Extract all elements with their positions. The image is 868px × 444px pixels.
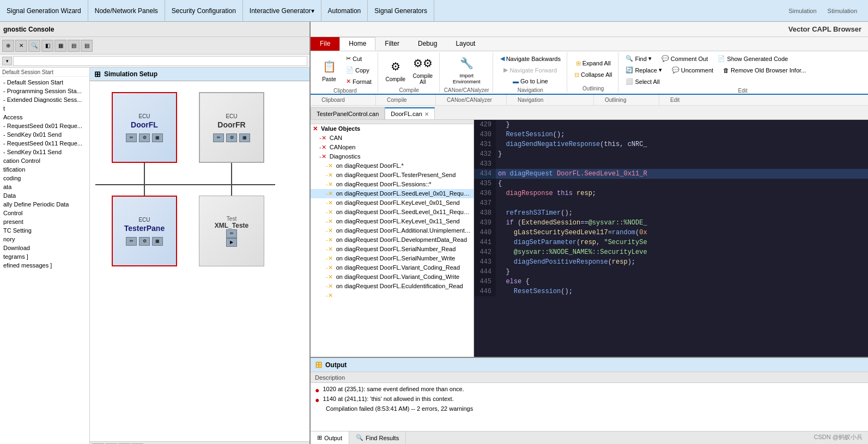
tree-item-value-objects[interactable]: ✕ Value Objects: [311, 124, 474, 133]
tree-item-fn-0[interactable]: -✕ on diagRequest DoorFL.*: [311, 161, 474, 171]
ecu-icon-edit2[interactable]: ✏: [213, 133, 224, 142]
nav-btn-2[interactable]: ✕: [15, 40, 27, 52]
tree-scrollbar-area[interactable]: [311, 120, 474, 124]
tab-signal-generators[interactable]: Signal Generators: [368, 0, 434, 22]
comment-out-button[interactable]: 💬 Comment Out: [659, 53, 711, 64]
ecu-icon-edit3[interactable]: ✏: [126, 237, 137, 246]
list-item[interactable]: Control: [0, 209, 89, 217]
list-item[interactable]: - Default Session Start: [0, 78, 89, 87]
tree-item-fn-13[interactable]: -✕ on diagRequest DoorFL.EcuIdentificati…: [311, 282, 474, 291]
search-input[interactable]: [13, 56, 307, 66]
nav-btn-7[interactable]: ▤: [81, 40, 93, 52]
nav-forward-button[interactable]: ▶ Navigate Forward: [501, 65, 560, 75]
search-dropdown-btn[interactable]: ▾: [2, 57, 12, 65]
tree-item-fn-11[interactable]: -✕ on diagRequest DoorFL.Variant_Coding_…: [311, 263, 474, 272]
tree-item-fn-5[interactable]: -✕ on diagRequest DoorFL.SeedLevel_0x11_…: [311, 208, 474, 217]
nav-backwards-button[interactable]: ◀ Navigate Backwards: [497, 53, 563, 64]
list-item[interactable]: efined messages ]: [0, 261, 89, 270]
list-item[interactable]: - RequestSeed 0x11 Reque...: [0, 139, 89, 148]
ecu-icon-config2[interactable]: ⚙: [226, 133, 237, 142]
tab-filter[interactable]: Filter: [375, 37, 409, 51]
list-item[interactable]: tegrams ]: [0, 252, 89, 261]
list-item[interactable]: - Extended Diagnostic Sess...: [0, 95, 89, 104]
tree-item-fn-8[interactable]: -✕ on diagRequest DoorFL.DevelopmentData…: [311, 235, 474, 245]
ecu-icon-view2[interactable]: ▦: [239, 133, 250, 142]
cut-button[interactable]: ✂ Cut: [343, 53, 374, 64]
tree-item-fn-1[interactable]: -✕ on diagRequest DoorFL.TesterPresent_S…: [311, 171, 474, 180]
nav-btn-1[interactable]: ⊕: [2, 40, 14, 52]
import-env-button[interactable]: 🔧 Import Environment: [450, 53, 483, 86]
ecu-icon-config3[interactable]: ⚙: [139, 237, 150, 246]
tree-item-diagnostics[interactable]: -✕ Diagnostics: [311, 152, 474, 161]
ecu-testerpane[interactable]: ECU TesterPane ✏ ⚙ ▦: [112, 196, 177, 266]
tab-file[interactable]: File: [311, 37, 339, 51]
list-item[interactable]: ally Define Periodic Data: [0, 200, 89, 209]
close-tab-icon[interactable]: ✕: [424, 111, 429, 117]
list-item[interactable]: nory: [0, 235, 89, 244]
ecu-icon-view[interactable]: ▦: [152, 133, 163, 142]
tree-item-fn-3[interactable]: -✕ on diagRequest DoorFL.SeedLevel_0x01_…: [311, 189, 474, 198]
test-icon-edit[interactable]: ✏: [226, 229, 237, 238]
list-item[interactable]: Access: [0, 113, 89, 121]
tree-item-fn-4[interactable]: -✕ on diagRequest DoorFL.KeyLevel_0x01_S…: [311, 198, 474, 208]
tree-item-canopen[interactable]: -✕ CANopen: [311, 143, 474, 152]
ecu-doorfl[interactable]: ECU DoorFL ✏ ⚙ ▦: [112, 92, 177, 163]
tab-layout[interactable]: Layout: [446, 37, 484, 51]
tree-item-can[interactable]: -✕ CAN: [311, 133, 474, 143]
find-button[interactable]: 🔍 Find▾: [623, 53, 654, 64]
list-item[interactable]: - SendKey 0x01 Send: [0, 130, 89, 139]
expand-all-button[interactable]: ⊞ Expand All: [573, 58, 614, 69]
goto-line-button[interactable]: ▬ Go to Line: [510, 76, 551, 86]
list-item[interactable]: - SendKey 0x11 Send: [0, 148, 89, 156]
nav-btn-3[interactable]: 🔍: [28, 40, 40, 52]
uncomment-button[interactable]: 💬 Uncomment: [669, 65, 716, 75]
copy-button[interactable]: 📄 Copy: [343, 65, 374, 75]
code-editor[interactable]: 429 } 430 ResetSession(); 431 diagSendNe…: [474, 120, 868, 357]
test-xml-teste[interactable]: Test XML_Teste ✏ ▶: [199, 196, 264, 266]
replace-button[interactable]: 🔄 Replace▾: [623, 65, 664, 75]
output-tab-find-results[interactable]: 🔍 Find Results: [349, 431, 406, 444]
list-item[interactable]: TC Setting: [0, 226, 89, 235]
collapse-all-button[interactable]: ⊟ Collapse All: [572, 70, 615, 80]
format-button[interactable]: ✕ Format: [343, 76, 374, 87]
paste-button[interactable]: 📋 Paste: [316, 54, 342, 87]
list-item[interactable]: present: [0, 217, 89, 226]
tree-item-fn-2[interactable]: -✕ on diagRequest DoorFL.Sessions::*: [311, 180, 474, 189]
tab-security-config[interactable]: Security Configuration: [165, 0, 243, 22]
tree-item-fn-10[interactable]: -✕ on diagRequest DoorFL.SerialNumber_Wr…: [311, 254, 474, 263]
remove-old-browser-button[interactable]: 🗑 Remove Old Browser Infor...: [720, 65, 809, 75]
tab-home[interactable]: Home: [339, 37, 375, 51]
ecu-doorfr[interactable]: ECU DoorFR ✏ ⚙ ▦: [199, 92, 264, 163]
list-item[interactable]: - Programming Session Sta...: [0, 87, 89, 95]
file-tab-doorfl[interactable]: DoorFL.can ✕: [385, 107, 434, 119]
tree-item-fn-6[interactable]: -✕ on diagRequest DoorFL.KeyLevel_0x11_S…: [311, 217, 474, 226]
list-item[interactable]: cation Control: [0, 156, 89, 165]
tab-node-network[interactable]: Node/Network Panels: [88, 0, 165, 22]
compile-all-button[interactable]: ⚙⚙ Compile All: [410, 53, 436, 86]
list-item[interactable]: - RequestSeed 0x01 Reque...: [0, 121, 89, 130]
tab-interactive-gen[interactable]: Interactive Generator▾: [243, 0, 321, 22]
select-all-button[interactable]: ⬜ Select All: [623, 76, 662, 87]
list-item[interactable]: tification: [0, 165, 89, 174]
list-item[interactable]: coding: [0, 174, 89, 183]
output-tab-output[interactable]: ⊞ Output: [311, 431, 349, 444]
list-item[interactable]: Data: [0, 191, 89, 200]
tree-item-fn-7[interactable]: -✕ on diagRequest DoorFL.Additional.Unim…: [311, 226, 474, 235]
nav-btn-5[interactable]: ▦: [54, 40, 66, 52]
list-item[interactable]: Download: [0, 244, 89, 252]
ecu-icon-edit[interactable]: ✏: [126, 133, 137, 142]
show-generated-button[interactable]: 📄 Show Generated Code: [715, 53, 791, 64]
tab-debug[interactable]: Debug: [409, 37, 446, 51]
tab-signal-generation[interactable]: Signal Generation Wizard: [0, 0, 88, 22]
tree-item-fn-9[interactable]: -✕ on diagRequest DoorFL.SerialNumber_Re…: [311, 245, 474, 254]
list-item[interactable]: t: [0, 104, 89, 113]
tab-automation[interactable]: Automation: [321, 0, 368, 22]
file-tab-testerpanel[interactable]: TesterPanelControl.can: [311, 107, 385, 119]
tree-item-fn-12[interactable]: -✕ on diagRequest DoorFL.Variant_Coding_…: [311, 272, 474, 282]
tree-item-fn-14[interactable]: -✕: [311, 291, 474, 300]
nav-btn-6[interactable]: ▤: [68, 40, 80, 52]
nav-btn-4[interactable]: ◧: [41, 40, 53, 52]
compile-button[interactable]: ⚙ Compile: [383, 53, 409, 86]
list-item[interactable]: ata: [0, 183, 89, 191]
ecu-icon-view3[interactable]: ▦: [152, 237, 163, 246]
